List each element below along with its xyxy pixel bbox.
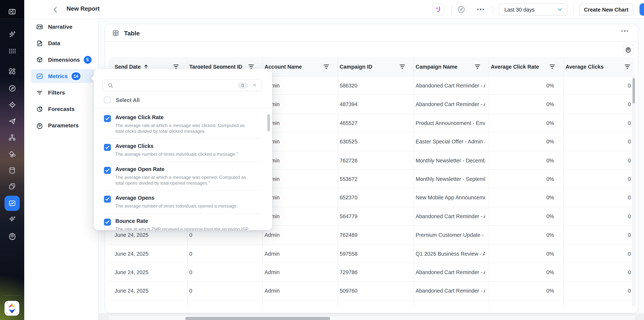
cell-avg_click_rate: 0% xyxy=(485,170,560,188)
sidebar-item-filters[interactable]: Filters xyxy=(31,85,95,99)
card-more-icon[interactable] xyxy=(621,30,629,32)
column-header[interactable]: Average Click Rate xyxy=(485,57,560,77)
sidebar-item-dimensions[interactable]: Dimensions 5 xyxy=(31,53,95,67)
filter-icon[interactable] xyxy=(173,64,179,69)
rail-divider xyxy=(3,295,21,295)
date-range-select[interactable]: Last 30 days xyxy=(499,3,568,16)
cell-avg_click_rate: 0% xyxy=(485,188,560,207)
metric-title: Average Click Rate xyxy=(115,114,252,121)
metric-item[interactable]: Bounce RateThe rate at which ZMP receive… xyxy=(104,214,261,230)
table-row[interactable]: June 24, 20250Admin509760Abandoned Cart … xyxy=(109,281,635,300)
cell-campaign_name: New Mobile App Announcemer xyxy=(410,188,485,207)
metrics-search-input[interactable] xyxy=(117,82,238,89)
sidebar-item-parameters[interactable]: Parameters xyxy=(31,118,95,132)
filter-icon[interactable] xyxy=(550,64,555,69)
cell-avg_clicks: 0 xyxy=(560,170,635,188)
back-button[interactable] xyxy=(50,5,60,14)
panel-toggle-icon[interactable] xyxy=(4,4,20,20)
table-settings-gear-icon[interactable] xyxy=(622,44,634,55)
metric-checkbox-checked[interactable] xyxy=(104,144,111,151)
column-header[interactable]: Campaign Name xyxy=(410,57,485,77)
table-row[interactable]: June 24, 20250Admin729786Abandoned Cart … xyxy=(109,263,635,281)
icon-rail xyxy=(0,0,24,320)
sidebar-item-forecasts[interactable]: Forecasts xyxy=(31,102,95,116)
table-grid-icon xyxy=(112,30,119,36)
column-header[interactable]: Average Clicks xyxy=(560,57,635,77)
select-all-checkbox[interactable] xyxy=(104,97,110,103)
zeta-logo[interactable] xyxy=(4,301,19,315)
cell-segment_id: 0 xyxy=(184,244,259,263)
copy-icon[interactable] xyxy=(4,179,20,194)
cell-campaign_id: 630525 xyxy=(334,132,410,151)
metric-item[interactable]: Average ClicksThe average number of time… xyxy=(104,139,261,162)
sparkles-icon-2[interactable] xyxy=(4,212,20,227)
vertical-scrollbar[interactable] xyxy=(632,77,636,306)
cell-segment_id: 0 xyxy=(184,281,259,300)
metric-title: Average Open Rate xyxy=(115,166,252,172)
dashboard-icon[interactable] xyxy=(4,64,20,79)
save-button[interactable]: Save xyxy=(640,3,644,16)
cell-campaign_name: Abandoned Cart Reminder - Ad xyxy=(410,263,485,281)
metric-description: The average number of times individuals … xyxy=(115,151,238,157)
cell-avg_clicks: 0 xyxy=(560,188,635,207)
vertical-scrollbar-thumb[interactable] xyxy=(632,78,635,104)
report-icon[interactable] xyxy=(4,196,20,211)
metric-item[interactable]: Average Open RateThe average rate at whi… xyxy=(104,162,261,191)
send-icon[interactable] xyxy=(4,113,20,129)
dropdown-scrollbar-thumb[interactable] xyxy=(268,114,270,132)
filter-icon xyxy=(36,89,43,96)
sidebar-item-data[interactable]: Data xyxy=(31,36,95,50)
metric-checkbox-checked[interactable] xyxy=(104,196,111,202)
filter-icon[interactable] xyxy=(248,64,254,69)
forecast-pie-icon xyxy=(36,105,43,112)
chevron-down-icon xyxy=(558,8,562,11)
table-row[interactable]: June 24, 20250Admin597558Q1 2025 Busines… xyxy=(109,244,635,263)
filter-icon[interactable] xyxy=(475,64,480,69)
apps-grid-icon[interactable] xyxy=(4,43,20,58)
metric-checkbox-checked[interactable] xyxy=(104,167,111,174)
sparkles-icon[interactable] xyxy=(4,27,20,42)
select-all-row[interactable]: Select All xyxy=(104,97,140,103)
shapes-icon[interactable] xyxy=(4,146,20,162)
cell-avg_click_rate: 0% xyxy=(485,77,560,95)
cube-icon xyxy=(36,56,43,63)
database-icon[interactable] xyxy=(4,163,20,178)
filter-icon[interactable] xyxy=(324,64,329,69)
clear-search-icon[interactable]: ✕ xyxy=(252,83,257,88)
horizontal-scrollbar-thumb[interactable] xyxy=(185,317,330,320)
metrics-search-box[interactable]: 0 ✕ xyxy=(102,79,262,91)
column-header-label: Campaign ID xyxy=(340,64,372,70)
cell-avg_clicks: 0 xyxy=(560,263,635,281)
filter-icon[interactable] xyxy=(400,64,405,69)
cell-send_date: June 24, 2025 xyxy=(109,244,184,263)
card-title: Table xyxy=(124,30,140,36)
ai-assistant-icon xyxy=(434,6,442,13)
filter-icon[interactable] xyxy=(624,64,630,69)
app: New Report Last 30 days Create New Chart… xyxy=(0,0,644,320)
more-options-icon[interactable] xyxy=(475,5,486,14)
cell-campaign_name: Abandoned Cart Reminder - Ad xyxy=(410,207,485,226)
cell-campaign_id: 652370 xyxy=(334,188,410,207)
sitemap-icon[interactable] xyxy=(4,130,20,145)
divider xyxy=(492,5,492,14)
cell-campaign_name: Abandoned Cart Reminder - Ad xyxy=(410,95,485,114)
metric-checkbox-checked[interactable] xyxy=(104,219,111,226)
compass-icon[interactable] xyxy=(4,81,20,96)
metric-checkbox-checked[interactable] xyxy=(104,115,111,122)
cell-avg_click_rate: 0% xyxy=(485,95,560,114)
target-icon[interactable] xyxy=(4,97,20,112)
cell-avg_click_rate: 0% xyxy=(485,226,560,244)
ai-assistant-button[interactable] xyxy=(432,3,444,16)
metric-item[interactable]: Average Click RateThe average rate at wh… xyxy=(104,110,261,139)
cell-avg_clicks: 0 xyxy=(560,77,635,95)
sidebar-item-metrics[interactable]: Metrics 14 xyxy=(31,69,95,83)
compass-icon[interactable] xyxy=(457,5,466,14)
metric-item[interactable]: Average OpensThe average number of times… xyxy=(104,191,261,214)
sidebar-item-narrative[interactable]: Narrative xyxy=(31,20,95,34)
column-header[interactable]: Campaign ID xyxy=(334,57,410,77)
cell-campaign_name: Abandoned Cart Reminder - Ad xyxy=(410,281,485,300)
settings-gear-icon[interactable] xyxy=(4,228,20,243)
horizontal-scrollbar[interactable] xyxy=(109,315,635,320)
create-new-chart-button[interactable]: Create New Chart xyxy=(579,3,634,16)
metrics-list: Average Click RateThe average rate at wh… xyxy=(94,109,272,230)
